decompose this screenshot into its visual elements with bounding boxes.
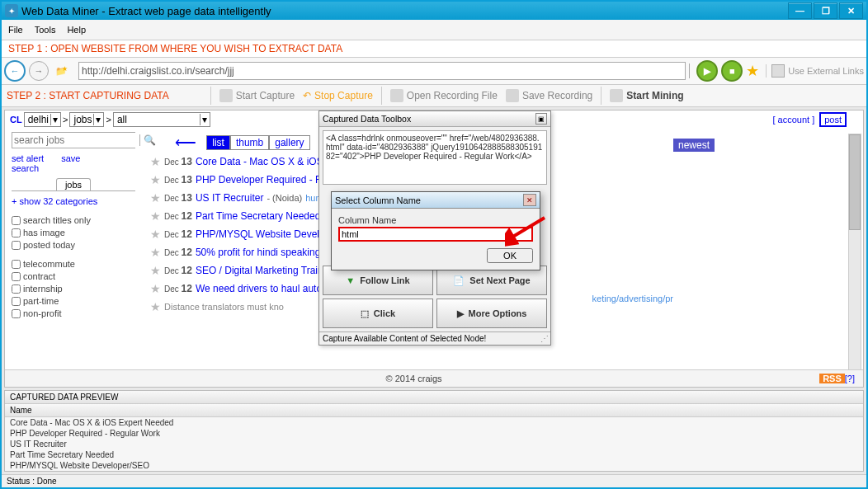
star-icon[interactable]: ★	[150, 264, 161, 277]
newest-chip[interactable]: newest	[673, 139, 715, 152]
tab-thumb[interactable]: thumb	[230, 135, 269, 150]
stop-capture-button[interactable]: ↶Stop Capture	[303, 90, 373, 101]
filter-checkbox[interactable]: internship	[12, 284, 135, 294]
maximize-button[interactable]: ❐	[814, 2, 837, 19]
filter-checkbox[interactable]: contract	[12, 271, 135, 281]
ok-button[interactable]: OK	[487, 248, 533, 263]
job-link[interactable]: Core Data - Mac OS X & iOS	[196, 156, 323, 167]
minimize-button[interactable]: —	[788, 2, 812, 19]
menu-file[interactable]: File	[8, 25, 23, 35]
category-select[interactable]: all▾	[113, 112, 210, 127]
dialog-title: Select Column Name	[335, 195, 421, 205]
job-link[interactable]: 50% profit for hindi speaking b	[196, 247, 328, 258]
column-name-label: Column Name	[338, 215, 533, 225]
browser-pane: CL delhi▾ > jobs▾ > all▾ [ account ] pos…	[4, 110, 864, 388]
start-capture-button[interactable]: Start Capture	[219, 89, 295, 102]
star-icon[interactable]: ★	[746, 62, 759, 80]
external-links-button[interactable]: Use External Links	[788, 66, 864, 76]
job-date: Dec 12	[164, 283, 192, 294]
captured-html-box[interactable]: <A class=hdrlnk onmouseover="" href="/we…	[323, 130, 547, 185]
job-link[interactable]: US IT Recruiter	[196, 192, 263, 204]
more-options-button[interactable]: ▶More Options	[436, 299, 547, 328]
preview-column-header[interactable]: Name	[5, 404, 863, 417]
help-link[interactable]: [?]	[845, 374, 855, 383]
filter-checkbox[interactable]: non-profit	[12, 308, 135, 318]
account-link[interactable]: account	[778, 115, 810, 125]
job-link[interactable]: We need drivers to haul auto p	[196, 283, 330, 294]
stop-button[interactable]: ■	[721, 60, 743, 82]
job-date: Dec 12	[164, 228, 192, 240]
undo-icon: ↶	[303, 90, 311, 101]
sidebar: 🔍 set alert save search jobs + show 32 c…	[12, 132, 135, 318]
section-select[interactable]: jobs▾	[69, 112, 104, 127]
filter-checkbox[interactable]: part-time	[12, 296, 135, 306]
close-button[interactable]: ✕	[839, 2, 863, 19]
preview-row[interactable]: Core Data - Mac OS X & iOS Expert Needed	[5, 417, 863, 428]
filter-checkbox[interactable]: telecommute	[12, 259, 135, 269]
tab-gallery[interactable]: gallery	[269, 135, 309, 150]
back-button[interactable]: ←	[4, 60, 26, 82]
folder-icon	[390, 89, 403, 102]
favorites-icon[interactable]: 📁★	[52, 62, 75, 80]
app-icon: ✦	[5, 4, 18, 17]
star-icon[interactable]: ★	[150, 173, 161, 186]
show-categories-link[interactable]: + show 32 categories	[12, 196, 135, 206]
preview-row[interactable]: PHP/MYSQL Website Developer/SEO	[5, 460, 863, 471]
star-icon[interactable]: ★	[150, 282, 161, 295]
job-link[interactable]: PHP/MYSQL Website Devel	[196, 228, 319, 240]
captured-data-preview: CAPTURED DATA PREVIEW Name Core Data - M…	[4, 390, 864, 472]
star-icon[interactable]: ★	[150, 191, 161, 205]
search-link[interactable]: search	[12, 163, 39, 173]
tab-list[interactable]: list	[206, 135, 230, 150]
arrow-down-icon: ▼	[346, 275, 355, 285]
preview-row[interactable]: US IT Recruiter	[5, 439, 863, 449]
url-input[interactable]	[78, 62, 686, 80]
column-name-input[interactable]	[338, 227, 533, 242]
address-bar: ← → 📁★ ▶ ■ ★ Use External Links	[2, 57, 866, 85]
job-date: Dec 12	[164, 247, 192, 258]
filter-checkbox[interactable]: search titles only	[12, 215, 135, 225]
save-recording-button[interactable]: Save Recording	[506, 89, 592, 102]
click-button[interactable]: ⬚Click	[323, 299, 433, 328]
start-mining-button[interactable]: Start Mining	[610, 89, 683, 102]
save-search-link[interactable]: save	[61, 153, 80, 163]
star-icon[interactable]: ★	[150, 155, 161, 168]
post-button[interactable]: post	[819, 112, 847, 127]
job-link[interactable]: PHP Developer Required - Re	[196, 174, 328, 186]
star-icon[interactable]: ★	[150, 246, 161, 259]
vertical-scrollbar[interactable]	[848, 134, 861, 370]
job-date: Dec 13	[164, 192, 192, 204]
preview-title: CAPTURED DATA PREVIEW	[5, 391, 863, 404]
rss-button[interactable]: RSS	[819, 374, 845, 383]
job-link[interactable]: SEO / Digital Marketing Train	[196, 265, 323, 276]
set-alert-link[interactable]: set alert	[12, 153, 44, 163]
filter-checkbox[interactable]: posted today	[12, 240, 135, 250]
menu-help[interactable]: Help	[67, 25, 86, 35]
job-date: Dec 13	[164, 174, 192, 186]
job-date: Dec 13	[164, 156, 192, 167]
toolbox-collapse-button[interactable]: ▣	[535, 113, 547, 125]
dialog-close-button[interactable]: ✕	[523, 194, 536, 206]
step1-label: STEP 1 : OPEN WEBSITE FROM WHERE YOU WIS…	[2, 40, 866, 57]
menubar: File Tools Help	[2, 20, 866, 40]
toolbox-status: Capture Available Content of Selected No…	[323, 334, 486, 343]
resize-grip-icon[interactable]: ⋰	[540, 334, 547, 343]
filter-checkbox[interactable]: has image	[12, 228, 135, 237]
search-input[interactable]	[12, 133, 139, 148]
menu-tools[interactable]: Tools	[35, 25, 56, 35]
job-link[interactable]: Part Time Secretary Needed -	[196, 210, 327, 222]
go-button[interactable]: ▶	[696, 60, 718, 82]
star-icon[interactable]: ★	[150, 228, 161, 241]
preview-row[interactable]: Part Time Secretary Needed	[5, 449, 863, 460]
location-select[interactable]: delhi▾	[24, 112, 61, 127]
disk-icon	[506, 89, 519, 102]
cl-logo[interactable]: CL	[10, 115, 22, 125]
jobs-tab[interactable]: jobs	[56, 178, 91, 190]
open-recording-button[interactable]: Open Recording File	[390, 89, 498, 102]
forward-button[interactable]: →	[29, 61, 49, 81]
star-icon[interactable]: ★	[150, 300, 161, 313]
back-arrow-icon[interactable]: ⟵	[175, 134, 196, 151]
preview-row[interactable]: PHP Developer Required - Regular Work	[5, 428, 863, 439]
camera-icon	[219, 89, 233, 102]
star-icon[interactable]: ★	[150, 209, 161, 223]
